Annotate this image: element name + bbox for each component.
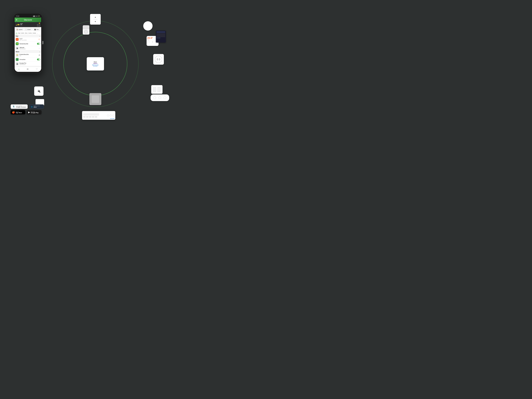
arrow-down-icon: ▼ — [95, 20, 96, 23]
tab-kinder[interactable]: Kinder — [32, 32, 36, 34]
fenster-row-left: ▦ Fenster/Tür Geschlossen — [16, 62, 26, 65]
socket-pin-right — [159, 58, 160, 60]
room-wohn-toggle[interactable]: ∧ — [39, 51, 40, 52]
google-play-main: Google Play — [31, 112, 38, 114]
deckenleuchte-badge: 💡 — [16, 42, 19, 45]
status-time: 22:44 — [16, 15, 19, 17]
wifi-icon: WiFi — [36, 16, 38, 17]
esstisch-name: Esstischleuchte — [19, 54, 29, 55]
tab-more[interactable]: ... — [37, 32, 38, 34]
signal-icon: ▌▌▌ — [33, 16, 35, 17]
room-wohn-header: Wohn ∧ — [15, 51, 41, 53]
alexa-badge[interactable]: ◎ WORKS WITH alexa — [29, 104, 44, 109]
deckenleuchte-icon: 💡 — [16, 43, 18, 44]
valve-body — [83, 29, 89, 35]
room-wohn-name: Wohn — [16, 51, 19, 52]
switch-panel-device: ▲ ▼ — [90, 14, 101, 25]
remote-btn-3[interactable] — [164, 96, 166, 99]
tab-kueche[interactable]: Küche — [28, 32, 32, 34]
qa-btn-sparen[interactable]: 🏠 Sparen — [15, 28, 23, 31]
essen-icon: 🍴 — [25, 29, 27, 30]
app-header-title: Übersicht — [24, 19, 32, 21]
thermo-circle-icon: ○ — [152, 41, 153, 43]
phone-screen: 22:44 ▌▌▌ WiFi 🔋 ⚙ Übersicht 🌙⭐ — [15, 15, 41, 72]
long-remote — [151, 95, 169, 101]
apple-icon: 🍎 — [12, 111, 15, 114]
fenster-badge: ▦ — [16, 62, 19, 65]
remote-btn-1[interactable] — [153, 96, 156, 99]
fenster-status: Geschlossen — [19, 64, 26, 65]
remote-btn-2[interactable] — [158, 96, 161, 99]
room-bad-name: Bad — [16, 35, 18, 37]
nav-heart-icon[interactable]: ♡ — [36, 68, 38, 70]
qa-label-essen: Essen — [27, 29, 31, 30]
room-bad-header: Bad ∧ — [15, 35, 41, 37]
fenster-info: Fenster/Tür Geschlossen — [19, 63, 26, 65]
gray-switch-device — [89, 93, 101, 105]
thermostat-timer-icon[interactable]: ⏲ — [38, 38, 40, 40]
deckenleuchte-name: Deckenleuchte — [19, 43, 28, 44]
qa-btn-essen[interactable]: 🍴 Essen — [24, 28, 32, 31]
fernseher-row-left: 📺 Fernseher — [16, 58, 25, 61]
weather-info: 12° Köln — [20, 23, 23, 26]
nav-grid-icon[interactable]: ⊞ — [27, 68, 28, 70]
jalousie-up-icon[interactable]: ↑ — [38, 47, 39, 49]
app-store-badge[interactable]: 🍎 Laden im App Store — [11, 110, 25, 114]
qa-label-film: Film — [37, 29, 39, 30]
wifi-label: WiFi 2,4 GHz — [92, 64, 99, 66]
thermostat-info: 21.5° 23.5° bis 23:40 — [19, 38, 26, 41]
fenster-name: Fenster/Tür — [19, 63, 26, 64]
google-assistant-main: Google Assistant — [16, 106, 26, 108]
dark-module-device: Schneider — [156, 31, 166, 43]
device-row-fernseher: 📺 Fernseher — [15, 57, 41, 62]
deckenleuchte-row-left: 💡 Deckenleuchte — [16, 42, 28, 45]
dark-module-lines — [157, 33, 165, 37]
tab-wohn[interactable]: Wohn — [21, 32, 24, 34]
esstisch-icon: 💡 — [16, 54, 18, 56]
valve-thermostat — [83, 25, 89, 35]
nav-home-icon[interactable]: ⌂ — [18, 68, 19, 70]
hub-protocols: zigbee WiFi 2,4 GHz — [92, 63, 99, 66]
tab-buero[interactable]: Büro — [25, 32, 27, 34]
hub-wiser-label: Wiser — [94, 61, 97, 63]
esstisch-power-icon[interactable]: ⏻ — [39, 54, 40, 56]
long-controller-device: Schneider — [82, 111, 115, 120]
fernseher-toggle[interactable] — [37, 58, 40, 60]
switch-btn-left[interactable] — [153, 87, 156, 92]
double-btn-switch — [151, 85, 163, 94]
double-btn-device — [151, 85, 163, 94]
google-assistant-text-wrap: works with the Google Assistant — [16, 106, 26, 108]
switch-btn-right[interactable] — [157, 87, 161, 92]
alexa-icon: ◎ — [31, 106, 32, 108]
jalousie-down-icon[interactable]: ↓ — [39, 47, 40, 49]
gateway-device — [143, 21, 152, 31]
arrow-up-icon: ▲ — [95, 16, 96, 18]
thermostat-badge: 🌡️ — [16, 38, 19, 41]
badges-section: 🎙️ works with the Google Assistant ◎ WOR… — [11, 104, 44, 114]
device-row-thermostat: 🌡️ 21.5° 23.5° bis 23:40 ⏲ — [15, 37, 41, 42]
thermostat-row-name: 21.5° — [19, 38, 26, 39]
jalousie-name: Jalousie — [19, 47, 25, 48]
weather-right: ☀️ 06.0120:58 — [37, 22, 40, 27]
thermo-minus-icon[interactable]: − — [149, 41, 150, 43]
jalousie-controls: ↑ ↓ — [38, 47, 40, 49]
tab-alle[interactable]: Alle — [15, 32, 17, 34]
socket-eu-inner — [155, 56, 162, 63]
badges-row-1: 🎙️ works with the Google Assistant ◎ WOR… — [11, 104, 44, 109]
google-play-badge[interactable]: ▶ JETZT BEI Google Play — [27, 110, 42, 114]
deckenleuchte-toggle[interactable] — [37, 43, 40, 45]
qa-btn-film[interactable]: 🎬 Film — [32, 28, 40, 31]
dark-module: Schneider — [156, 31, 166, 43]
gray-switch-btn[interactable] — [91, 95, 99, 103]
tab-bad[interactable]: Bad — [18, 32, 20, 34]
google-play-text-wrap: JETZT BEI Google Play — [31, 111, 38, 114]
gear-icon[interactable]: ⚙ — [16, 19, 17, 21]
valve-device — [83, 25, 89, 35]
weather-bar: 🌙⭐ 12° Köln ☀️ 06.0120:58 — [15, 22, 41, 27]
fernseher-name: Fernseher — [19, 59, 25, 60]
ctrl-circle-3 — [112, 114, 114, 116]
ctrl-circle-1 — [107, 114, 109, 116]
controller-stripes — [83, 114, 99, 117]
google-assistant-badge[interactable]: 🎙️ works with the Google Assistant — [11, 104, 28, 109]
room-bad-toggle[interactable]: ∧ — [39, 35, 40, 37]
